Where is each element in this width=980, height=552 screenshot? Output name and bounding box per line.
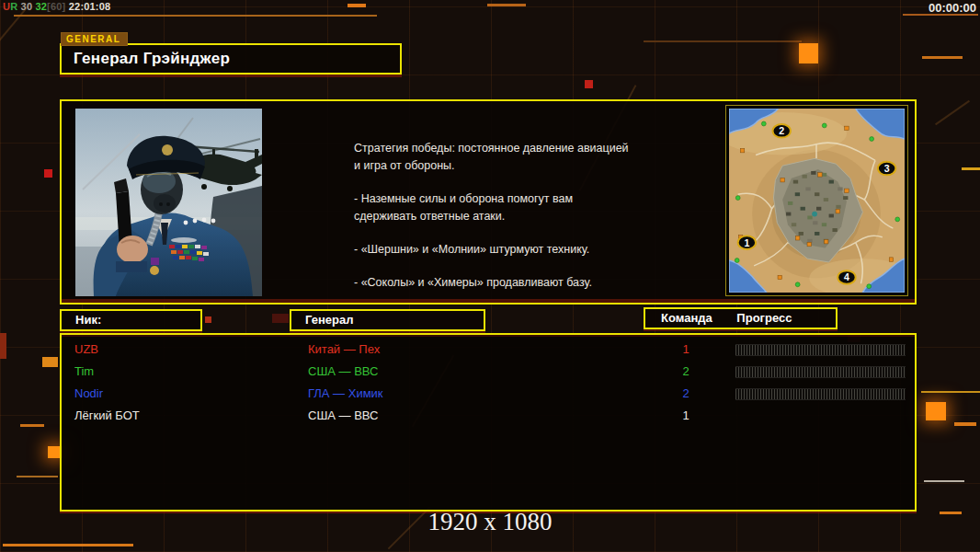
resolution-label: 1920 x 1080 bbox=[0, 508, 980, 536]
map-preview: 1234 bbox=[725, 105, 908, 296]
background-decoration bbox=[644, 40, 802, 42]
player-general: Китай — Пех bbox=[308, 342, 380, 356]
background-decoration bbox=[962, 167, 980, 170]
background-decoration bbox=[20, 424, 44, 427]
player-nick: Nodir bbox=[74, 386, 103, 400]
player-general: США — ВВС bbox=[308, 364, 379, 378]
background-decoration bbox=[585, 80, 593, 88]
load-progress-bar bbox=[735, 344, 906, 356]
column-header-team: Команда bbox=[645, 309, 712, 328]
match-timer: 00:00:00 bbox=[929, 1, 976, 15]
svg-text:1: 1 bbox=[744, 237, 749, 248]
perf-segment: [60] bbox=[47, 1, 65, 12]
briefing-paragraph: Стратегия победы: постоянное давление ав… bbox=[354, 140, 663, 175]
load-progress-bar bbox=[735, 388, 906, 400]
player-roster-panel: UZBКитай — Пех1TimСША — ВВС2NodirГЛА — Х… bbox=[60, 333, 917, 512]
player-nick: Tim bbox=[74, 364, 94, 378]
player-general: ГЛА — Химик bbox=[308, 386, 383, 400]
player-rows: UZBКитай — Пех1TimСША — ВВС2NodirГЛА — Х… bbox=[62, 339, 915, 428]
strategy-briefing: Стратегия победы: постоянное давление ав… bbox=[354, 140, 663, 307]
column-header-team-progress: Команда Прогресс bbox=[644, 307, 838, 329]
background-decoration bbox=[14, 15, 377, 17]
player-row: Лёгкий БОТСША — ВВС1 bbox=[62, 406, 915, 428]
column-header-progress: Прогресс bbox=[715, 309, 792, 328]
player-team: 1 bbox=[676, 408, 696, 422]
player-team: 2 bbox=[676, 364, 696, 378]
background-decoration bbox=[922, 56, 963, 59]
background-decoration bbox=[42, 357, 58, 367]
background-decoration bbox=[487, 4, 526, 6]
background-decoration bbox=[921, 391, 980, 393]
svg-text:4: 4 bbox=[844, 271, 849, 282]
background-decoration bbox=[3, 544, 133, 546]
player-team: 2 bbox=[676, 386, 696, 400]
svg-text:2: 2 bbox=[779, 125, 784, 136]
background-decoration bbox=[272, 314, 289, 323]
general-info-panel: Стратегия победы: постоянное давление ав… bbox=[60, 99, 917, 305]
perf-segment: U bbox=[3, 1, 10, 12]
player-team: 1 bbox=[676, 342, 696, 356]
portrait-image bbox=[75, 109, 262, 296]
perf-segment: 22:01:08 bbox=[65, 1, 110, 12]
background-decoration bbox=[17, 476, 58, 477]
perf-segment: 30 bbox=[17, 1, 35, 12]
general-title: Генерал Грэйнджер bbox=[60, 43, 402, 75]
player-row: UZBКитай — Пех1 bbox=[62, 339, 915, 362]
load-progress-bar bbox=[735, 366, 906, 378]
background-decoration bbox=[205, 316, 211, 323]
general-portrait bbox=[75, 109, 262, 296]
player-nick: Лёгкий БОТ bbox=[74, 408, 140, 422]
player-row: NodirГЛА — Химик2 bbox=[62, 384, 915, 406]
background-decoration bbox=[44, 169, 52, 178]
briefing-paragraph: - «Шершни» и «Молнии» штурмуют технику. bbox=[354, 241, 663, 259]
general-tag: GENERAL bbox=[61, 32, 128, 46]
background-decoration bbox=[926, 402, 946, 420]
background-diagonal-line bbox=[935, 100, 970, 125]
background-decoration bbox=[799, 43, 818, 63]
perf-segment: 32 bbox=[35, 1, 47, 12]
column-header-nick: Ник: bbox=[60, 309, 202, 331]
perf-overlay: UR 30 32[60] 22:01:08 bbox=[3, 1, 110, 12]
background-decoration bbox=[924, 480, 964, 482]
player-nick: UZB bbox=[74, 342, 98, 356]
column-header-general: Генерал bbox=[290, 309, 485, 331]
background-decoration bbox=[348, 4, 366, 7]
svg-text:3: 3 bbox=[884, 163, 890, 174]
background-decoration bbox=[0, 333, 6, 359]
background-decoration bbox=[954, 422, 976, 426]
player-general: США — ВВС bbox=[308, 408, 379, 422]
briefing-paragraph: - Наземные силы и оборона помогут вам сд… bbox=[354, 190, 663, 225]
briefing-paragraph: - «Соколы» и «Химеры» продавливают базу. bbox=[354, 274, 663, 292]
player-row: TimСША — ВВС2 bbox=[62, 362, 915, 384]
